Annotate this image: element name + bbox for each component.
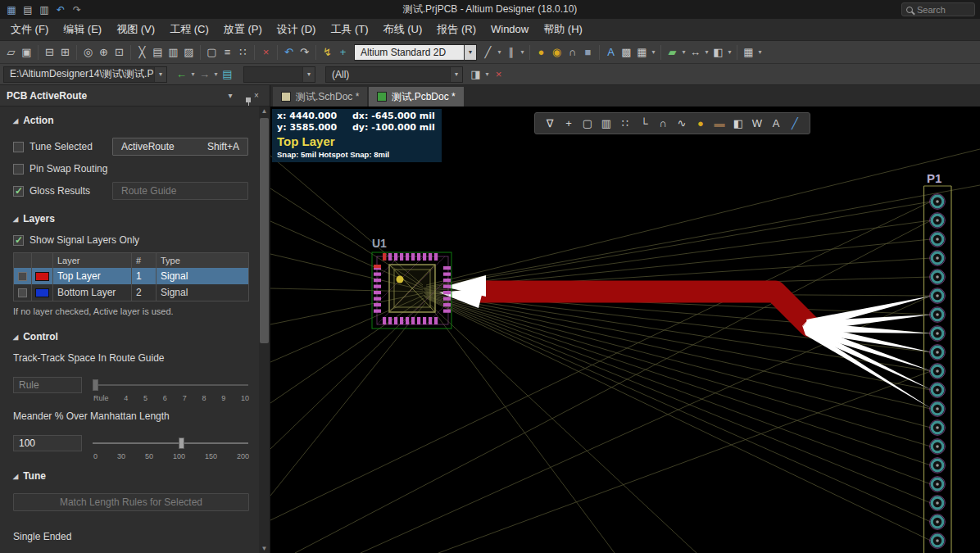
layer-row-bottom[interactable]: Bottom Layer 2 Signal [14, 284, 248, 301]
pcb-editor-canvas[interactable]: U1 [270, 107, 980, 553]
filter-combo[interactable]: (All) ▾ [325, 66, 463, 83]
zoom-fit-icon[interactable]: ⊡ [111, 44, 127, 61]
view-configuration-combo[interactable]: Altium Standard 2D ▾ [354, 44, 477, 61]
new-document-icon[interactable]: ▤ [20, 2, 35, 18]
arc-route-icon[interactable]: ∩ [657, 116, 669, 131]
filter-icon[interactable]: ∇ [544, 116, 556, 131]
layer-checkbox[interactable] [18, 288, 27, 297]
activeroute-button[interactable]: ActiveRoute Shift+A [112, 138, 248, 156]
menu-tools[interactable]: 工具 (T) [323, 19, 375, 40]
layer-row-top[interactable]: Top Layer 1 Signal [14, 268, 248, 284]
scroll-down-icon[interactable]: ▼ [259, 545, 270, 552]
panel-dropdown-icon[interactable]: ▾ [224, 91, 237, 100]
menu-place[interactable]: 放置 (P) [216, 19, 270, 40]
menu-window[interactable]: Window [483, 19, 536, 40]
section-layers[interactable]: ◢ Layers [13, 213, 248, 224]
layer-checkbox[interactable] [18, 272, 27, 281]
polygon-icon-caret[interactable]: ▾ [680, 48, 687, 56]
via-icon[interactable]: ● [695, 116, 706, 131]
menu-reports[interactable]: 报告 (R) [429, 19, 483, 40]
pcb-drawing[interactable]: U1 [270, 107, 980, 553]
menu-file[interactable]: 文件 (F) [3, 19, 56, 40]
rule-slider[interactable] [93, 378, 248, 392]
match-length-button[interactable]: Match Length Rules for Selected [13, 493, 249, 511]
select-rect-icon[interactable]: ▢ [582, 116, 593, 131]
net-combo-caret[interactable]: ▾ [302, 67, 315, 82]
cut-icon[interactable]: ╳ [134, 44, 150, 61]
zoom-in-icon[interactable]: ⊕ [96, 44, 111, 61]
line-icon[interactable]: ╱ [789, 116, 801, 131]
string-icon[interactable]: A [603, 44, 619, 61]
room-icon-caret[interactable]: ▾ [726, 48, 733, 56]
redo-icon[interactable]: ↷ [297, 44, 312, 61]
gloss-results-checkbox[interactable] [13, 186, 24, 197]
pad-icon[interactable]: ◉ [549, 44, 565, 61]
layer-color-swatch[interactable] [35, 272, 49, 281]
mask-icon[interactable]: ◧ [733, 116, 744, 131]
wand-icon[interactable]: ↯ [320, 44, 335, 61]
filter-combo-caret[interactable]: ▾ [450, 67, 462, 82]
paste-icon[interactable]: ▥ [166, 44, 181, 61]
menu-route[interactable]: 布线 (U) [376, 19, 430, 40]
route-track-icon[interactable]: ╱ [480, 44, 496, 61]
section-control[interactable]: ◢ Control [13, 331, 248, 342]
room-icon[interactable]: ◧ [710, 44, 726, 61]
dimension-icon-caret[interactable]: ▾ [703, 48, 710, 56]
search-box[interactable] [901, 2, 975, 16]
document-path-caret[interactable]: ▾ [154, 67, 166, 82]
panel-close-icon[interactable]: × [250, 91, 263, 100]
arc-icon[interactable]: ∩ [565, 44, 580, 61]
move-crosshair-icon[interactable]: + [563, 116, 574, 131]
fill-icon[interactable]: ■ [580, 44, 596, 61]
search-input[interactable] [917, 5, 966, 15]
clear-filter-icon[interactable]: × [258, 44, 274, 61]
component-u1[interactable]: U1 [372, 237, 451, 329]
document-path-combo[interactable]: E:\AltiumDesigner14\测试\测试.P ▾ [3, 66, 167, 83]
pin-swap-checkbox[interactable] [13, 164, 24, 175]
section-action[interactable]: ◢ Action [13, 115, 248, 126]
scroll-up-icon[interactable]: ▲ [259, 107, 270, 115]
rule-slider-handle[interactable] [93, 379, 98, 391]
route-track-icon-caret[interactable]: ▾ [496, 48, 503, 56]
forward-icon-caret[interactable]: ▾ [212, 70, 220, 78]
zoom-window-icon[interactable]: ◎ [80, 44, 96, 61]
rule-input[interactable]: Rule [13, 377, 82, 393]
open-documents-icon[interactable]: ▥ [37, 2, 52, 18]
clear-filter-icon[interactable]: × [491, 66, 506, 83]
layer-color-swatch[interactable] [35, 288, 49, 297]
meander-slider[interactable] [93, 437, 248, 450]
component-p1[interactable]: P1 [924, 171, 952, 553]
route-guide-button[interactable]: Route Guide [112, 182, 248, 200]
show-signal-layers-checkbox[interactable] [13, 235, 24, 246]
polygon-icon[interactable]: ▰ [665, 44, 680, 61]
open-doc-icon[interactable]: ▤ [220, 66, 235, 83]
menu-help[interactable]: 帮助 (H) [536, 19, 590, 40]
save-icon[interactable]: ▣ [19, 44, 34, 61]
panel-scrollbar-thumb[interactable] [260, 118, 269, 343]
plane-icon[interactable]: ▩ [619, 44, 634, 61]
route-corner-icon[interactable]: └ [638, 116, 650, 131]
menu-view[interactable]: 视图 (V) [109, 19, 162, 40]
net-combo[interactable]: ▾ [243, 66, 315, 83]
tune-selected-checkbox[interactable] [13, 142, 24, 152]
menu-project[interactable]: 工程 (C) [162, 19, 216, 40]
meander-icon[interactable]: ∿ [676, 116, 687, 131]
diff-pair-route-icon-caret[interactable]: ▾ [519, 48, 526, 56]
undo-icon[interactable]: ↶ [281, 44, 297, 61]
print-preview-icon[interactable]: ⊞ [57, 44, 73, 61]
menu-edit[interactable]: 编辑 (E) [56, 19, 109, 40]
app-menu-icon[interactable]: ▦ [4, 2, 19, 18]
word-icon[interactable]: W [751, 116, 763, 131]
align-icon[interactable]: ≡ [220, 44, 235, 61]
open-document-icon[interactable]: ▱ [3, 44, 19, 61]
meander-input[interactable]: 100 [13, 435, 82, 451]
via-icon[interactable]: ● [533, 44, 549, 61]
back-icon[interactable]: ← [174, 66, 189, 83]
paste-array-icon[interactable]: ▨ [181, 44, 197, 61]
redo-icon[interactable]: ↷ [70, 2, 84, 18]
grid-dots-icon[interactable]: ∷ [619, 116, 631, 131]
board-icon[interactable]: ▬ [714, 116, 725, 131]
board-grid-icon[interactable]: ▦ [741, 44, 756, 61]
text-icon[interactable]: A [770, 116, 782, 131]
histogram-icon[interactable]: ▥ [601, 116, 612, 131]
